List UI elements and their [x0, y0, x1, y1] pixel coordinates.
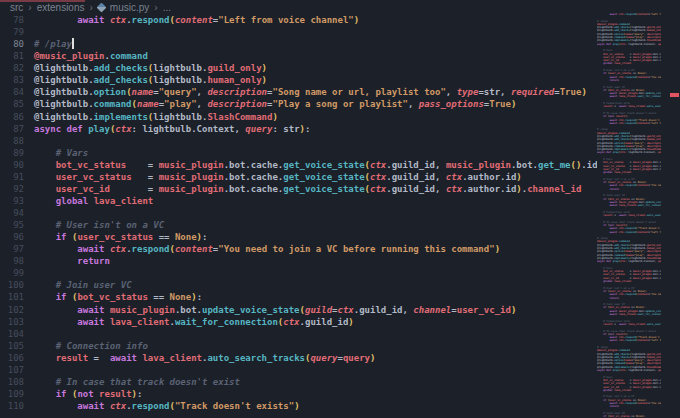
code-token: channel_id: [527, 184, 581, 194]
code-token: result: [603, 214, 612, 217]
line-content: result = await lava_client.auto_search_t…: [24, 352, 375, 364]
breadcrumb-item-src[interactable]: src: [10, 2, 23, 13]
code-token: auto_search_tracks: [207, 353, 305, 363]
line-number[interactable]: 92: [0, 183, 24, 195]
code-token: description: [207, 99, 267, 109]
line-number[interactable]: 80: [0, 38, 24, 50]
code-token: lava_client: [628, 105, 645, 108]
line-number[interactable]: 109: [0, 388, 24, 400]
code-token: query: [343, 353, 370, 363]
code-token: await: [619, 214, 628, 217]
minimap-line: await lava_client.wait_for_connection(ct…: [597, 313, 661, 316]
minimap[interactable]: await ctx.respond(content="Left from voi…: [597, 13, 661, 418]
code-token: content: [638, 293, 649, 296]
code-token: : str: [272, 124, 299, 134]
line-content: if (bot_vc_status == None):: [24, 291, 202, 303]
code-token: content: [638, 13, 649, 16]
line-number[interactable]: 78: [0, 14, 24, 26]
line-number[interactable]: 98: [0, 255, 24, 267]
line-number[interactable]: 94: [0, 207, 24, 219]
code-token: @lightbulb.: [34, 63, 94, 73]
code-token: await: [610, 313, 619, 316]
line-number[interactable]: 107: [0, 364, 24, 376]
line-content: user_vc_status = music_plugin.bot.cache.…: [24, 171, 522, 183]
line-number[interactable]: 84: [0, 86, 24, 98]
line-number[interactable]: 86: [0, 111, 24, 123]
line-number[interactable]: 89: [0, 147, 24, 159]
code-line-98: 98 return: [0, 255, 597, 267]
line-number[interactable]: 104: [0, 328, 24, 340]
breadcrumb-item--[interactable]: ...: [163, 2, 171, 13]
code-token: .bot.cache.: [224, 160, 284, 170]
line-number[interactable]: 110: [0, 400, 24, 412]
code-token: await: [610, 95, 619, 98]
code-token: query: [658, 260, 661, 263]
line-number[interactable]: 93: [0, 195, 24, 207]
code-token: "play": [164, 99, 197, 109]
code-token: add_checks: [94, 75, 148, 85]
code-token: .bot.cache.: [224, 172, 284, 182]
line-number[interactable]: 103: [0, 316, 24, 328]
code-token: music_plugin: [633, 277, 652, 280]
code-token: ==: [153, 232, 175, 242]
code-token: user_vc_id: [457, 305, 511, 315]
code-token: @lightbulb.: [34, 75, 94, 85]
breadcrumb-item-music-py[interactable]: music.py: [110, 2, 149, 13]
code-token: ctx: [110, 401, 126, 411]
code-token: query: [245, 124, 272, 134]
line-number[interactable]: 91: [0, 171, 24, 183]
line-number[interactable]: 106: [0, 352, 24, 364]
line-number[interactable]: 102: [0, 304, 24, 316]
code-token: :: [202, 232, 207, 242]
code-token: "You need to join a VC before running th…: [650, 402, 661, 405]
code-editor-area[interactable]: 78 await ctx.respond(content="Left from …: [0, 14, 597, 418]
code-token: human_only: [207, 75, 261, 85]
code-token: respond: [625, 293, 636, 296]
code-token: return: [610, 405, 619, 408]
line-number[interactable]: 101: [0, 291, 24, 303]
line-number[interactable]: 85: [0, 98, 24, 110]
line-content: await ctx.respond(content="Left from voi…: [24, 14, 359, 26]
code-token: [34, 389, 56, 399]
line-number[interactable]: 87: [0, 123, 24, 135]
code-token: .bot.cache.: [652, 386, 661, 389]
code-token: implements: [94, 112, 148, 122]
line-content: # In case that track doesn't exist: [24, 376, 240, 388]
breadcrumb-item-extensions[interactable]: extensions: [37, 2, 85, 13]
code-token: ): [581, 87, 586, 97]
line-number[interactable]: 105: [0, 340, 24, 352]
minimap-line: await lava_client.wait_for_connection(ct…: [597, 95, 661, 98]
overview-ruler[interactable]: [664, 0, 680, 418]
code-token: [34, 15, 77, 25]
code-token: name: [137, 99, 159, 109]
code-token: option: [94, 87, 127, 97]
code-line-104: 104: [0, 328, 597, 340]
code-token: async def: [597, 43, 613, 46]
minimap-line: async def play(ctx: lightbulb.Context, q…: [597, 43, 661, 46]
line-number[interactable]: 99: [0, 267, 24, 279]
line-content: global lava_client: [24, 195, 153, 207]
line-number[interactable]: 95: [0, 219, 24, 231]
line-number[interactable]: 96: [0, 231, 24, 243]
code-line-93: 93 global lava_client: [0, 195, 597, 207]
line-number[interactable]: 82: [0, 62, 24, 74]
code-token: [34, 184, 56, 194]
line-number[interactable]: 83: [0, 74, 24, 86]
code-line-86: 86@lightbulb.implements(lightbulb.SlashC…: [0, 111, 597, 123]
line-number[interactable]: 88: [0, 135, 24, 147]
line-number[interactable]: 81: [0, 50, 24, 62]
line-number[interactable]: 100: [0, 279, 24, 291]
line-number[interactable]: 90: [0, 159, 24, 171]
code-token: ,: [446, 87, 457, 97]
line-content: await ctx.respond(content="You need to j…: [24, 243, 500, 255]
code-token: content: [638, 402, 649, 405]
code-token: # /play: [34, 39, 72, 49]
code-token: # Join user VC: [56, 280, 132, 290]
line-number[interactable]: 108: [0, 376, 24, 388]
line-number[interactable]: 79: [0, 26, 24, 38]
code-token: ): [262, 63, 267, 73]
code-token: music_plugin: [446, 160, 511, 170]
code-token: "Left from voice channel": [650, 231, 661, 234]
line-number[interactable]: 97: [0, 243, 24, 255]
code-token: ): [495, 244, 500, 254]
